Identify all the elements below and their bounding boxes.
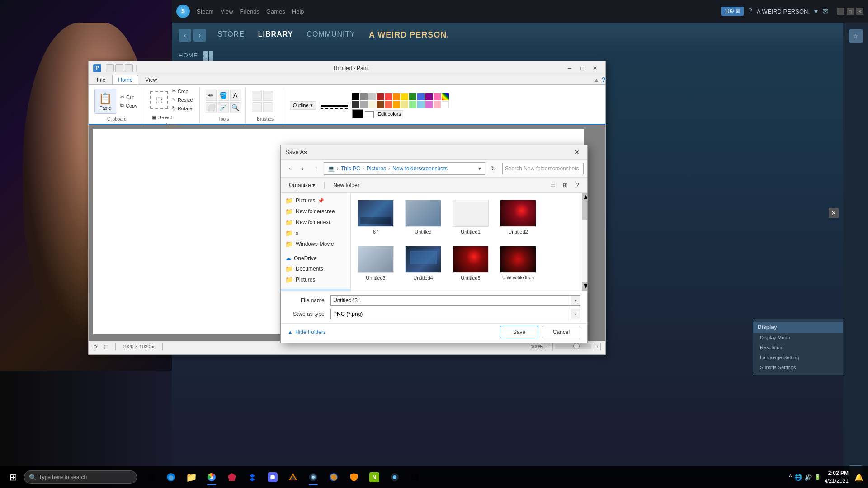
taskbar-steam-icon[interactable]	[304, 468, 322, 486]
zoom-out-btn[interactable]: −	[546, 343, 553, 350]
file-item-untitled1[interactable]: Untitled1	[450, 197, 491, 237]
dialog-forward-btn[interactable]: ›	[297, 163, 308, 174]
taskbar-shield-icon[interactable]	[345, 468, 363, 486]
steam-forward-btn[interactable]: ›	[193, 29, 206, 42]
pencil-tool[interactable]: ✏	[206, 90, 217, 101]
color-beige[interactable]	[368, 101, 376, 108]
scrollbar-down-btn[interactable]: ▼	[582, 282, 587, 291]
file-item-untitled[interactable]: Untitled	[403, 197, 443, 237]
system-clock[interactable]: 2:02 PM 4/21/2021	[825, 469, 849, 485]
magnifier-tool[interactable]: 🔍	[230, 102, 241, 113]
steam-menu-games[interactable]: Games	[266, 8, 285, 15]
scrollbar-thumb[interactable]	[582, 202, 587, 220]
steam-dropdown-icon[interactable]: ▾	[814, 7, 818, 16]
steam-envelope-icon[interactable]: ✉	[822, 7, 828, 16]
select-tool-btn[interactable]: ▣ Select	[150, 113, 195, 121]
display-language-item[interactable]: Language Setting	[753, 352, 843, 362]
color-darkred[interactable]	[377, 93, 384, 100]
taskbar-vlc-icon[interactable]	[284, 468, 302, 486]
undo-quick-icon[interactable]	[115, 64, 123, 72]
color-brown[interactable]	[377, 101, 384, 108]
tab-home[interactable]: Home	[112, 75, 138, 84]
zoom-in-btn[interactable]: +	[594, 343, 601, 350]
dialog-close-btn[interactable]: ✕	[571, 147, 583, 158]
text-tool[interactable]: A	[230, 90, 241, 101]
organize-btn[interactable]: Organize ▾	[285, 181, 319, 190]
color-red[interactable]	[385, 93, 392, 100]
crop-btn[interactable]: ✂ Crop	[170, 87, 195, 95]
line-style-3[interactable]	[321, 108, 348, 109]
outline-btn[interactable]: Outline ▾	[290, 101, 316, 110]
file-scroll-area[interactable]: 67 Untitled Untitled1	[351, 193, 587, 291]
color-skyblue[interactable]	[417, 101, 425, 108]
steam-help-icon[interactable]: ?	[748, 7, 752, 15]
color-orchid[interactable]	[425, 101, 433, 108]
edit-colors-btn[interactable]: Edit colors	[376, 110, 403, 117]
dialog-save-btn[interactable]: Save	[500, 326, 538, 338]
taskbar-chrome-icon[interactable]	[203, 468, 221, 486]
filename-dropdown-btn[interactable]: ▾	[571, 295, 580, 306]
breadcrumb-thispc[interactable]: This PC	[341, 165, 360, 172]
sidebar-windowsmovie[interactable]: 📁 Windows-Movie	[281, 239, 350, 249]
start-button[interactable]: ⊞	[2, 466, 24, 488]
tray-network-icon[interactable]: 🌐	[794, 474, 802, 481]
file-item-untitled4[interactable]: Untitled4	[403, 244, 443, 283]
tray-volume-icon[interactable]: 🔊	[804, 474, 812, 481]
eraser-tool[interactable]: ⬜	[206, 102, 217, 113]
display-subtitle-item[interactable]: Subtitle Settings	[753, 362, 843, 372]
steam-sidebar-star-icon[interactable]: ☆	[849, 29, 863, 43]
color1-active[interactable]	[352, 109, 363, 118]
scrollbar-up-btn[interactable]: ▲	[582, 193, 587, 202]
paint-maximize-btn[interactable]: □	[576, 64, 588, 73]
brush-tool-2[interactable]	[263, 91, 273, 101]
brush-tool-3[interactable]	[252, 102, 262, 112]
color-orange2[interactable]	[393, 101, 400, 108]
color-tomato[interactable]	[385, 101, 392, 108]
taskbar-nvidia-icon[interactable]: N	[365, 468, 383, 486]
color-lightpink[interactable]	[434, 101, 441, 108]
select-btn[interactable]: ⬚	[150, 91, 168, 109]
steam-username[interactable]: A WEIRD PERSON.	[757, 8, 810, 15]
line-style-1[interactable]	[321, 103, 348, 103]
tray-show-hidden[interactable]: ^	[789, 474, 792, 481]
color-rainbow[interactable]	[442, 93, 449, 100]
rotate-btn[interactable]: ↻ Rotate	[170, 104, 195, 112]
dialog-refresh-btn[interactable]: ↻	[487, 162, 500, 175]
steam-menu-help[interactable]: Help	[292, 8, 304, 15]
color-white[interactable]	[442, 101, 449, 108]
dialog-search-input[interactable]	[502, 163, 584, 174]
notification-close-btn[interactable]: ✕	[829, 208, 839, 218]
color-green[interactable]	[409, 93, 416, 100]
brush-tool-1[interactable]	[252, 91, 262, 101]
resize-btn[interactable]: ⤡ Resize	[170, 96, 195, 103]
eyedropper-tool[interactable]: 💉	[218, 102, 229, 113]
view-help-btn[interactable]: ?	[572, 180, 583, 191]
breadcrumb-dropdown-btn[interactable]: ▾	[478, 165, 481, 172]
dialog-up-btn[interactable]: ↑	[311, 163, 321, 174]
file-item-untitled7[interactable]: Untitled7	[403, 290, 443, 291]
taskbar-edge-icon[interactable]	[162, 468, 180, 486]
taskbar-ruby-icon[interactable]	[223, 468, 241, 486]
steam-notification-badge[interactable]: 109 ✉	[721, 7, 744, 16]
taskbar-steam2-icon[interactable]	[386, 468, 404, 486]
paint-minimize-btn[interactable]: ─	[564, 64, 576, 73]
sidebar-pictures[interactable]: 📁 Pictures 📌	[281, 195, 350, 206]
save-quick-icon[interactable]	[106, 64, 114, 72]
file-item-67[interactable]: 67	[355, 197, 396, 237]
sidebar-s[interactable]: 📁 s	[281, 228, 350, 239]
steam-maximize-btn[interactable]: □	[847, 8, 854, 15]
color-orange[interactable]	[393, 93, 400, 100]
taskbar-task-view[interactable]: ⧉	[142, 468, 160, 486]
ribbon-collapse-btn[interactable]: ▲	[594, 77, 599, 83]
taskbar-discord-icon[interactable]	[264, 468, 282, 486]
steam-close-btn[interactable]: ✕	[856, 8, 863, 15]
line-style-2[interactable]	[321, 105, 348, 107]
steam-menu-view[interactable]: View	[221, 8, 233, 15]
color2-active[interactable]	[365, 111, 374, 118]
steam-back-btn[interactable]: ‹	[179, 29, 191, 42]
taskbar-explorer-icon[interactable]: 📁	[182, 468, 200, 486]
display-mode-item[interactable]: Display Mode	[753, 333, 843, 343]
color-blue[interactable]	[417, 93, 425, 100]
fill-tool[interactable]: 🪣	[218, 90, 229, 101]
paste-button[interactable]: 📋 Paste	[94, 89, 116, 114]
